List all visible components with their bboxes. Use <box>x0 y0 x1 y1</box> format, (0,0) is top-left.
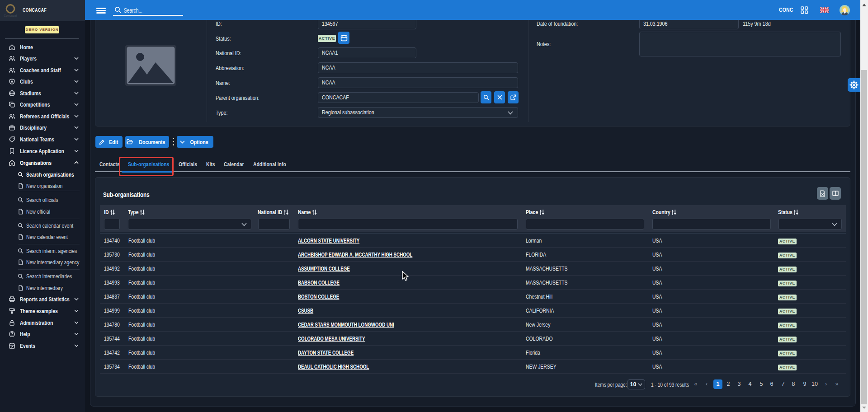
svg-text:Concacaf: Concacaf <box>4 14 17 17</box>
